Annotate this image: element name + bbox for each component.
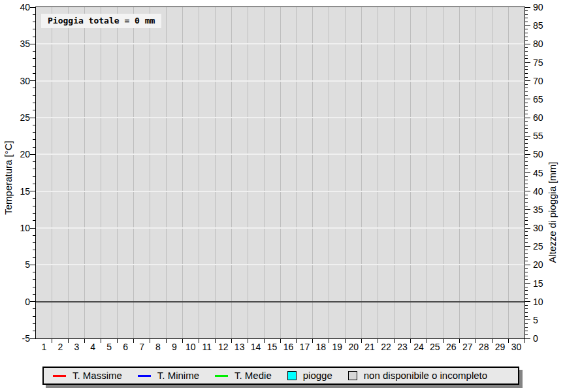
legend: T. MassimeT. MinimeT. Mediepioggenon dis… <box>42 367 519 385</box>
temp-gridline <box>36 117 525 118</box>
left-tick-label: 0 <box>7 297 30 307</box>
right-minor-tick <box>525 261 528 261</box>
right-tick-label: 90 <box>533 2 557 12</box>
right-tick-label: 70 <box>533 76 557 86</box>
x-day-label: 28 <box>476 342 492 352</box>
right-minor-tick <box>525 238 528 239</box>
x-day-label: 25 <box>427 342 444 352</box>
right-minor-tick <box>525 335 528 335</box>
right-minor-tick <box>525 114 528 114</box>
left-minor-tick <box>33 294 35 295</box>
left-minor-tick <box>33 37 35 37</box>
right-major-tick <box>525 154 530 155</box>
left-minor-tick <box>33 279 35 280</box>
right-minor-tick <box>525 180 528 180</box>
right-minor-tick <box>525 195 528 195</box>
right-minor-tick <box>525 217 528 218</box>
day-gridline <box>264 7 265 338</box>
legend-line-marker <box>215 375 228 377</box>
left-minor-tick <box>33 51 35 52</box>
right-minor-tick <box>525 66 528 67</box>
day-gridline <box>476 7 476 338</box>
left-minor-tick <box>33 206 35 206</box>
left-minor-tick <box>33 29 35 29</box>
right-minor-tick <box>525 272 528 272</box>
day-gridline <box>166 7 167 338</box>
right-tick-label: 55 <box>533 131 557 141</box>
right-tick-label: 45 <box>533 168 557 178</box>
right-minor-tick <box>525 37 528 37</box>
right-minor-tick <box>525 147 528 148</box>
left-major-tick <box>30 265 35 265</box>
right-minor-tick <box>525 157 528 158</box>
right-tick-label: 30 <box>533 223 557 233</box>
right-minor-tick <box>525 290 528 291</box>
right-major-tick <box>525 228 530 229</box>
right-minor-tick <box>525 58 528 59</box>
plot-area <box>35 7 525 339</box>
left-minor-tick <box>33 316 35 317</box>
day-gridline <box>231 7 232 338</box>
right-minor-tick <box>525 308 528 309</box>
left-minor-tick <box>33 176 35 177</box>
right-minor-tick <box>525 250 528 250</box>
day-gridline <box>312 7 313 338</box>
day-gridline <box>215 7 216 338</box>
day-gridline <box>459 7 460 338</box>
right-tick-label: 25 <box>533 241 557 252</box>
right-minor-tick <box>525 276 528 276</box>
right-major-tick <box>525 62 530 63</box>
right-minor-tick <box>525 169 528 169</box>
left-tick-label: 25 <box>7 112 30 123</box>
left-minor-tick <box>33 132 35 133</box>
left-major-tick <box>30 191 35 191</box>
left-minor-tick <box>33 250 35 250</box>
left-major-tick <box>30 7 35 8</box>
day-gridline <box>296 7 297 338</box>
legend-item: non disponibile o incompleto <box>348 370 487 382</box>
x-day-label: 22 <box>378 342 395 352</box>
right-minor-tick <box>525 305 528 306</box>
right-tick-label: 5 <box>533 315 557 325</box>
x-day-label: 12 <box>215 342 232 352</box>
x-day-label: 27 <box>459 342 476 352</box>
right-minor-tick <box>525 331 528 331</box>
left-minor-tick <box>33 213 35 214</box>
left-minor-tick <box>33 235 35 236</box>
x-day-label: 6 <box>117 342 134 352</box>
left-minor-tick <box>33 257 35 258</box>
day-gridline <box>508 7 509 338</box>
right-minor-tick <box>525 298 528 299</box>
legend-item: T. Minime <box>138 370 199 382</box>
x-day-label: 11 <box>199 342 216 352</box>
left-minor-tick <box>33 242 35 243</box>
right-minor-tick <box>525 121 528 122</box>
right-minor-tick <box>525 224 528 225</box>
right-minor-tick <box>525 125 528 125</box>
left-tick-label: -5 <box>7 333 30 344</box>
right-minor-tick <box>525 143 528 144</box>
right-tick-label: 15 <box>533 278 557 289</box>
left-tick-label: 40 <box>7 2 30 12</box>
left-tick-label: 30 <box>7 76 30 86</box>
left-minor-tick <box>33 110 35 110</box>
right-major-tick <box>525 25 530 26</box>
legend-item-label: T. Massime <box>73 370 122 382</box>
right-major-tick <box>525 209 530 210</box>
left-minor-tick <box>33 22 35 22</box>
right-minor-tick <box>525 161 528 162</box>
day-gridline <box>280 7 281 338</box>
right-minor-tick <box>525 139 528 140</box>
day-gridline <box>150 7 150 338</box>
left-minor-tick <box>33 161 35 162</box>
right-minor-tick <box>525 88 528 88</box>
right-minor-tick <box>525 327 528 328</box>
right-minor-tick <box>525 77 528 78</box>
right-minor-tick <box>525 33 528 33</box>
right-tick-label: 65 <box>533 94 557 105</box>
right-major-tick <box>525 44 530 44</box>
x-day-label: 24 <box>410 342 427 352</box>
left-tick-label: 10 <box>7 223 30 233</box>
right-minor-tick <box>525 29 528 29</box>
day-gridline <box>248 7 248 338</box>
